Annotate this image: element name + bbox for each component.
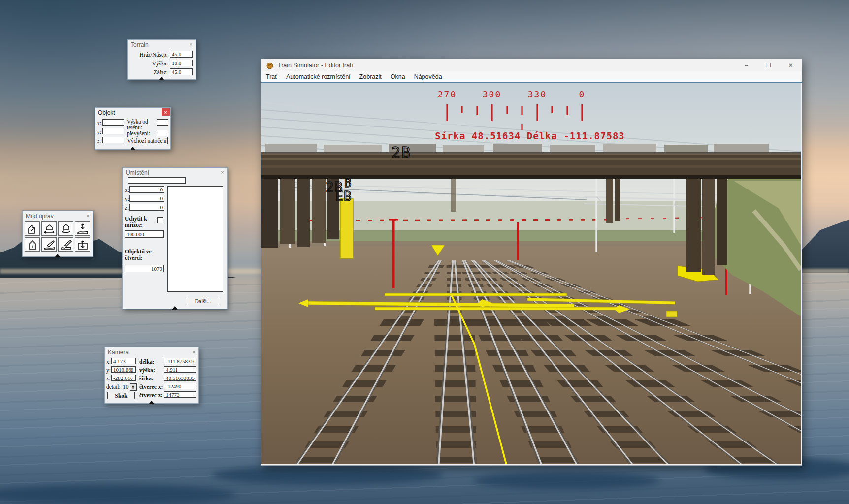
y-label: y: — [106, 367, 111, 373]
collapse-handle[interactable] — [159, 77, 164, 80]
x-label: x: — [106, 359, 111, 365]
height-label: výška: — [139, 367, 155, 373]
3d-scene: 2B 2B EB B — [261, 83, 801, 464]
rail-cars — [261, 144, 801, 154]
superelevation-field[interactable] — [157, 130, 168, 136]
height-field[interactable] — [170, 60, 193, 66]
camera-y-field[interactable] — [111, 366, 136, 373]
default-rotation-button[interactable]: Výchozí natočení — [126, 137, 168, 144]
mod-uprav-window: Mód úprav × i — [22, 211, 93, 257]
umisteni-y-field[interactable] — [129, 195, 164, 202]
bridge-deck — [261, 153, 801, 179]
superelevation-label: převýšení: — [127, 130, 150, 136]
detail-label: detail: — [106, 384, 121, 390]
3d-viewport[interactable]: 2B 2B EB B 270 300 330 0 — [261, 83, 801, 464]
height-from-terrain-field[interactable] — [157, 119, 168, 126]
object-listbox[interactable] — [167, 186, 223, 292]
svg-text:EB: EB — [335, 189, 352, 204]
tool-paint-terrain[interactable] — [41, 237, 57, 252]
main-window-titlebar[interactable]: Train Simulator - Editor trati – ❐ ✕ — [261, 59, 802, 71]
square-x-field[interactable] — [164, 383, 196, 389]
water-dark-patch — [212, 465, 443, 485]
camera-x-field[interactable] — [111, 358, 136, 364]
z-label: z: — [125, 205, 129, 211]
embankment-label: Hráz/Násep: — [140, 52, 168, 58]
z-label: z: — [106, 376, 110, 381]
kamera-window: Kamera × x: y: z: detail: 10 ▲▼ Skok dél… — [104, 347, 199, 404]
cutting-field[interactable] — [170, 68, 193, 75]
objekt-y-field[interactable] — [102, 128, 124, 134]
longitude-label: délka: — [139, 359, 155, 365]
collapse-handle[interactable] — [149, 401, 155, 404]
close-icon[interactable]: × — [162, 108, 170, 116]
y-label: y: — [125, 196, 129, 202]
cutting-label: Zářez: — [154, 69, 168, 75]
y-label: y: — [97, 129, 101, 135]
restore-icon[interactable]: ❐ — [757, 59, 780, 71]
window-title: Train Simulator - Editor trati — [278, 62, 353, 69]
x-label: x: — [125, 187, 129, 193]
objects-count-field[interactable] — [125, 265, 164, 272]
umisteni-window-titlebar[interactable]: Umístění — [123, 168, 227, 177]
more-button[interactable]: Další... — [186, 297, 220, 305]
menu-automaticke-rozmisteni[interactable]: Automatické rozmístění — [282, 73, 355, 80]
z-label: z: — [97, 138, 101, 144]
height-from-terrain-label: Výška od terénu: — [127, 119, 156, 130]
latitude-label: šířka: — [139, 376, 154, 381]
close-icon[interactable]: × — [84, 212, 92, 219]
tool-place-object[interactable] — [25, 221, 40, 236]
umisteni-name-field[interactable] — [128, 177, 186, 184]
svg-text:B: B — [344, 176, 351, 190]
collapse-handle[interactable] — [130, 147, 136, 150]
objekt-z-field[interactable] — [102, 137, 124, 143]
longitude-field[interactable] — [164, 358, 196, 364]
umisteni-z-field[interactable] — [129, 204, 164, 211]
terrain-window-title: Terrain — [131, 41, 149, 48]
detail-spinner[interactable]: ▲▼ — [130, 383, 137, 391]
collapse-handle[interactable] — [55, 254, 61, 257]
svg-text:2B: 2B — [392, 144, 411, 161]
menu-zobrazit[interactable]: Zobrazit — [355, 73, 386, 80]
tool-smooth-terrain[interactable] — [58, 237, 73, 252]
kamera-window-titlebar[interactable]: Kamera — [105, 347, 198, 357]
snap-to-grid-checkbox[interactable] — [157, 217, 163, 223]
close-icon[interactable]: × — [218, 168, 227, 176]
jump-button[interactable]: Skok — [107, 392, 135, 399]
water-dark-patch — [473, 472, 660, 489]
umisteni-x-field[interactable] — [129, 186, 164, 193]
mod-uprav-window-title: Mód úprav — [26, 213, 54, 220]
square-z-field[interactable] — [164, 391, 196, 398]
x-label: x: — [97, 120, 101, 126]
grid-size-field[interactable] — [125, 230, 164, 238]
menu-trat[interactable]: Trať — [261, 73, 282, 80]
tool-object-info[interactable]: i — [25, 237, 40, 252]
water-dark-patch — [0, 485, 236, 504]
latitude-field[interactable] — [164, 375, 196, 381]
app-icon — [266, 62, 274, 69]
close-icon[interactable]: × — [187, 40, 195, 48]
objekt-window-title: Objekt — [98, 109, 115, 116]
camera-height-field[interactable] — [164, 366, 196, 373]
objekt-x-field[interactable] — [102, 119, 124, 126]
tool-dig-terrain[interactable] — [75, 237, 90, 252]
kamera-window-title: Kamera — [108, 349, 129, 356]
close-icon[interactable]: × — [190, 348, 198, 355]
menu-napoveda[interactable]: Nápověda — [410, 73, 447, 80]
close-icon[interactable]: ✕ — [780, 59, 802, 71]
mod-uprav-window-titlebar[interactable]: Mód úprav — [23, 211, 93, 220]
square-x-label: čtverec x: — [139, 384, 163, 390]
tool-raise-terrain[interactable] — [75, 221, 90, 236]
terrain-window-titlebar[interactable]: Terrain — [128, 40, 196, 49]
detail-value: 10 — [123, 384, 129, 390]
collapse-handle[interactable] — [172, 306, 178, 310]
menu-okna[interactable]: Okna — [386, 73, 410, 80]
tool-rotate-object[interactable] — [58, 221, 73, 236]
snap-to-grid-label: Uchytit k mřížce: — [125, 216, 155, 228]
terrain-window: Terrain × Hráz/Násep: Výška: Zářez: — [127, 39, 196, 80]
minimize-icon[interactable]: – — [735, 59, 757, 71]
camera-z-field[interactable] — [111, 375, 136, 381]
tool-move-object[interactable] — [41, 221, 57, 236]
objekt-window-titlebar[interactable]: Objekt — [95, 108, 170, 117]
embankment-field[interactable] — [170, 51, 193, 58]
height-label: Výška: — [152, 61, 168, 66]
